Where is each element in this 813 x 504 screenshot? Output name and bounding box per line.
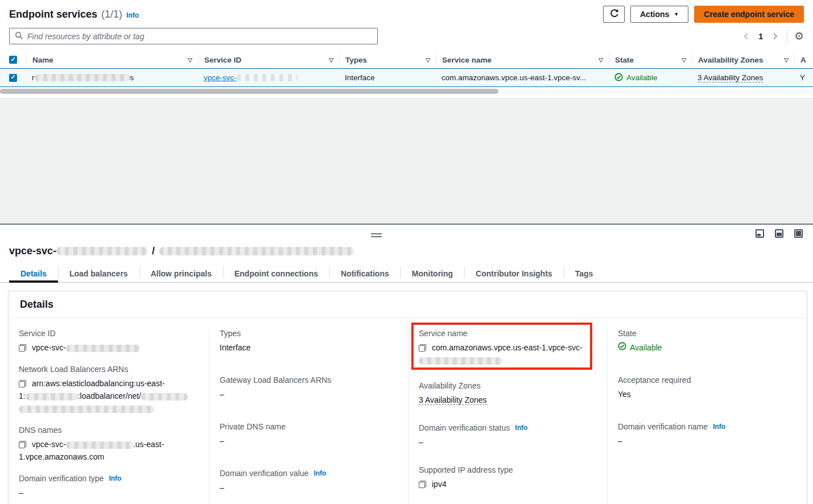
search-icon: [15, 31, 23, 42]
tab-tags[interactable]: Tags: [564, 265, 605, 282]
redacted-text: [19, 406, 154, 413]
column-header-types[interactable]: Types ▽: [339, 52, 436, 68]
info-link[interactable]: Info: [515, 424, 527, 432]
column-header-service-name[interactable]: Service name ▽: [436, 52, 609, 68]
tab-contributor-insights[interactable]: Contributor Insights: [464, 265, 564, 282]
check-circle-icon: [618, 341, 626, 354]
details-heading: Details: [9, 291, 807, 319]
filter-row: 1 ⚙: [0, 23, 813, 44]
redacted-text: [56, 247, 147, 255]
redacted-text: [159, 247, 354, 255]
tab-details[interactable]: Details: [9, 265, 58, 282]
tab-notifications[interactable]: Notifications: [329, 265, 401, 282]
cell-availability-zones: 3 Availability Zones: [692, 69, 794, 86]
select-all-cell: [0, 52, 26, 68]
copy-icon[interactable]: [19, 344, 26, 352]
field-dns-names: DNS names vpce-svc-.us-east- 1.vpce.amaz…: [19, 425, 199, 463]
sort-icon[interactable]: ▽: [183, 57, 192, 63]
redacted-text: [237, 74, 298, 81]
cell-state: Available: [609, 69, 692, 86]
column-header-state[interactable]: State ▽: [609, 52, 692, 68]
sort-icon[interactable]: ▽: [779, 57, 789, 63]
settings-gear-button[interactable]: ⚙: [794, 31, 804, 42]
column-header-name[interactable]: Name ▽: [26, 52, 198, 68]
field-private-dns-name: Private DNS name –: [220, 422, 398, 447]
field-types: Types Interface: [220, 329, 398, 354]
column-header-service-id[interactable]: Service ID ▽: [198, 52, 339, 68]
search-input[interactable]: [27, 32, 372, 41]
chevron-down-icon: ▼: [674, 11, 679, 17]
select-all-checkbox[interactable]: [9, 56, 17, 64]
cell-service-id: vpce-svc-: [198, 69, 339, 86]
field-service-id: Service ID vpce-svc-: [19, 329, 199, 354]
endpoint-services-table: Name ▽ Service ID ▽ Types ▽ Service name…: [0, 52, 813, 94]
panel-header: Endpoint services (1/1) Info Actions ▼ C…: [0, 0, 813, 23]
info-link[interactable]: Info: [313, 469, 326, 477]
redacted-text: [26, 393, 78, 400]
actions-button[interactable]: Actions ▼: [630, 6, 688, 23]
tab-load-balancers[interactable]: Load balancers: [58, 265, 139, 282]
divider: [787, 30, 787, 43]
scrollbar-thumb[interactable]: [0, 89, 498, 94]
header-info-link[interactable]: Info: [126, 11, 139, 19]
service-id-link[interactable]: vpce-svc-: [204, 73, 298, 82]
refresh-icon: [609, 9, 619, 20]
tab-allow-principals[interactable]: Allow principals: [139, 265, 223, 282]
sort-icon[interactable]: ▽: [324, 57, 333, 63]
field-nlb-arns: Network Load Balancers ARNs arn:aws:elas…: [19, 365, 199, 415]
details-column-4: State Available Acceptance required Yes: [607, 329, 807, 504]
field-glb-arns: Gateway Load Balancers ARNs –: [220, 375, 398, 400]
table-row[interactable]: r s vpce-svc- Interface com.amazonaws.vp…: [0, 68, 813, 87]
availability-zones-popover[interactable]: 3 Availability Zones: [419, 395, 487, 405]
details-column-1: Service ID vpce-svc- Network Load Balanc…: [9, 329, 209, 504]
horizontal-scrollbar[interactable]: [0, 89, 813, 94]
field-domain-verification-name: Domain verification name Info –: [618, 422, 797, 447]
field-domain-verification-type: Domain verification type Info –: [19, 474, 199, 499]
redacted-text: [35, 74, 130, 81]
panel-size-small-icon[interactable]: [756, 229, 764, 238]
copy-icon[interactable]: [419, 481, 426, 488]
field-availability-zones: Availability Zones 3 Availability Zones: [419, 381, 597, 406]
info-link[interactable]: Info: [109, 474, 121, 482]
panel-size-medium-icon[interactable]: [775, 229, 783, 238]
current-page-number: 1: [758, 32, 763, 41]
details-column-3: Service name com.amazonaws.vpce.us-east-…: [408, 329, 607, 504]
split-panel-drag-handle[interactable]: [371, 233, 382, 237]
create-label: Create endpoint service: [704, 10, 794, 19]
search-box[interactable]: [9, 28, 378, 44]
sort-icon[interactable]: ▽: [677, 57, 686, 63]
copy-icon[interactable]: [19, 441, 26, 448]
row-checkbox[interactable]: [9, 74, 17, 82]
tab-endpoint-connections[interactable]: Endpoint connections: [223, 265, 329, 282]
sort-icon[interactable]: ▽: [421, 57, 430, 63]
column-header-partial[interactable]: A: [794, 52, 813, 68]
redacted-text: [66, 345, 140, 352]
cell-partial: Y: [794, 69, 813, 86]
copy-icon[interactable]: [19, 380, 26, 387]
page-title: Endpoint services: [9, 9, 97, 20]
tab-monitoring[interactable]: Monitoring: [401, 265, 464, 282]
field-domain-verification-value: Domain verification value Info –: [220, 469, 398, 494]
info-link[interactable]: Info: [713, 423, 725, 431]
actions-label: Actions: [640, 10, 669, 19]
field-service-name: Service name com.amazonaws.vpce.us-east-…: [419, 329, 597, 366]
refresh-button[interactable]: [603, 6, 625, 23]
detail-tabs: Details Load balancers Allow principals …: [0, 265, 813, 283]
next-page-button[interactable]: [770, 31, 780, 42]
column-header-availability-zones[interactable]: Availability Zones ▽: [692, 52, 794, 68]
sort-icon[interactable]: ▽: [594, 57, 603, 63]
pagination: 1 ⚙: [741, 30, 804, 43]
field-supported-ip: Supported IP address type ipv4: [419, 465, 597, 490]
redacted-text: [141, 393, 188, 400]
split-panel: vpce-svc- / Details Load balancers Allow…: [0, 224, 813, 504]
details-column-2: Types Interface Gateway Load Balancers A…: [209, 329, 408, 504]
cell-service-name: com.amazonaws.vpce.us-east-1.vpce-sv...: [436, 69, 609, 86]
copy-icon[interactable]: [419, 344, 426, 352]
cell-types: Interface: [339, 69, 436, 86]
create-endpoint-service-button[interactable]: Create endpoint service: [694, 6, 804, 23]
previous-page-button[interactable]: [741, 31, 752, 42]
availability-zones-popover[interactable]: 3 Availability Zones: [698, 73, 763, 82]
panel-size-large-icon[interactable]: [794, 229, 803, 238]
endpoint-services-panel: Endpoint services (1/1) Info Actions ▼ C…: [0, 0, 813, 98]
split-panel-title: vpce-svc- /: [0, 243, 813, 257]
